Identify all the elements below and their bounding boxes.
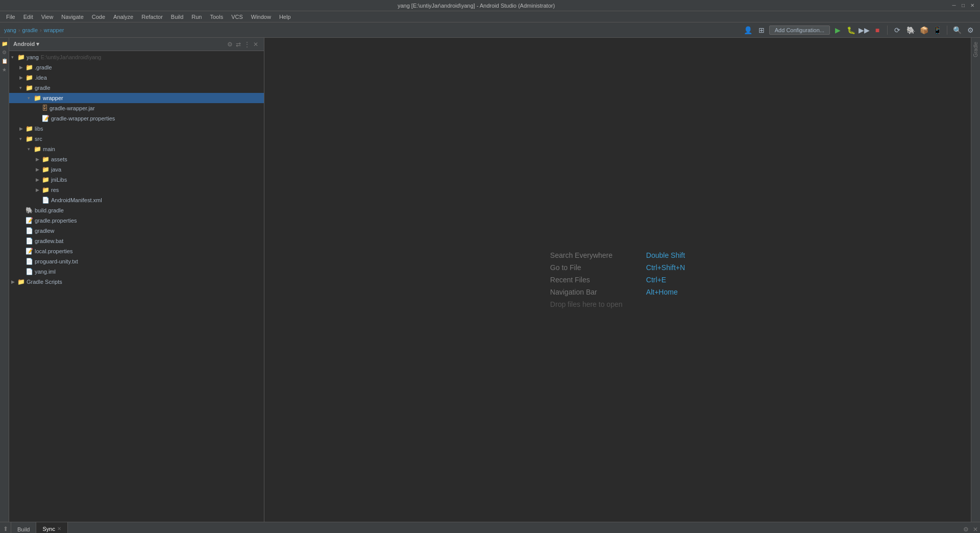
menu-code[interactable]: Code [88,13,109,21]
tab-sync[interactable]: Sync ✕ [36,522,67,533]
right-sidebar: Gradle [971,38,980,522]
sdk-manager-button[interactable]: 📦 [918,25,929,36]
editor-area: Search Everywhere Double Shift Go to Fil… [264,38,971,522]
stop-button[interactable]: ■ [872,25,883,36]
tree-item-wrapper[interactable]: ▾ 📁 wrapper [9,93,264,103]
tree-item-proguard[interactable]: 📄 proguard-unity.txt [9,256,264,266]
menu-file[interactable]: File [2,13,19,21]
sync-button[interactable]: ⟳ [892,25,903,36]
tree-item-main[interactable]: ▾ 📁 main [9,144,264,154]
settings-icon[interactable]: ⚙ [226,41,234,48]
tree-item-local-properties[interactable]: 📝 local.properties [9,246,264,256]
menu-view[interactable]: View [37,13,58,21]
tree-item-gradle[interactable]: ▾ 📁 gradle [9,83,264,93]
gear-icon[interactable]: ⇄ [234,41,242,48]
hint-goto-key: Ctrl+Shift+N [646,263,685,272]
tree-item-gradlew-bat[interactable]: 📄 gradlew.bat [9,236,264,246]
toolbar: yang › gradle › wrapper 👤 ⊞ Add Configur… [0,22,980,38]
tab-sync-label: Sync [42,526,55,532]
breadcrumb: yang › gradle › wrapper [4,27,64,33]
minimize-button[interactable]: ─ [950,2,958,9]
tab-sync-close[interactable]: ✕ [57,526,61,531]
tree-item-gradle-wrapper-props[interactable]: 📝 gradle-wrapper.properties [9,113,264,124]
options-icon[interactable]: ⋮ [242,41,252,48]
project-icon[interactable]: 📁 [1,40,9,47]
tree-item-build-gradle[interactable]: 🐘 build.gradle [9,205,264,215]
hint-search: Search Everywhere Double Shift [550,251,685,259]
hint-navbar-key: Alt+Home [646,288,678,296]
structure-icon[interactable]: ⚙ [1,49,8,56]
close-panel-icon[interactable]: ✕ [971,526,980,533]
hint-goto: Go to File Ctrl+Shift+N [550,263,685,272]
gradle-sync-button[interactable]: 🐘 [905,25,916,36]
menu-build[interactable]: Build [167,13,187,21]
tree-item-src[interactable]: ▾ 📁 src [9,134,264,144]
tree-item-jnilibs[interactable]: ▶ 📁 jniLibs [9,175,264,185]
tree-item-gradle-wrapper-jar[interactable]: 🗄 gradle-wrapper.jar [9,103,264,113]
tree-item-assets[interactable]: ▶ 📁 assets [9,154,264,164]
bottom-tabs: Build Sync ✕ ⚙ ✕ [11,522,980,533]
menu-window[interactable]: Window [247,13,275,21]
tree-item-idea[interactable]: ▶ 📁 .idea [9,72,264,83]
add-configuration-button[interactable]: Add Configuration... [769,26,830,35]
left-sidebar-icons: 📁 ⚙ 📋 ★ [0,38,9,522]
project-header: Android ▾ ⚙ ⇄ ⋮ ✕ [9,38,264,51]
avd-manager-button[interactable]: 📱 [932,25,943,36]
menu-help[interactable]: Help [275,13,295,21]
layout-button[interactable]: ⊞ [756,25,767,36]
hint-recent-key: Ctrl+E [646,276,666,284]
favorites-icon[interactable]: ★ [1,66,8,74]
tree-item-gradle-scripts[interactable]: ▶ 📁 Gradle Scripts [9,277,264,287]
tree-item-gradle-hidden[interactable]: ▶ 📁 .gradle [9,62,264,72]
tree-item-gradle-properties[interactable]: 📝 gradle.properties [9,215,264,226]
tab-build[interactable]: Build [11,522,36,533]
breadcrumb-wrapper[interactable]: wrapper [44,27,64,33]
menu-vcs[interactable]: VCS [227,13,247,21]
run-with-coverage-button[interactable]: ▶▶ [859,25,870,36]
tree-item-res[interactable]: ▶ 📁 res [9,185,264,195]
hint-search-label: Search Everywhere [550,251,642,259]
project-panel: Android ▾ ⚙ ⇄ ⋮ ✕ ▾ 📁 yang E:\untiyJar\a… [9,38,264,522]
breadcrumb-yang[interactable]: yang [4,27,16,33]
build-scroll-top[interactable]: ⬆ [2,524,9,533]
resource-manager-icon[interactable]: 📋 [1,57,9,65]
run-button[interactable]: ▶ [832,25,843,36]
title-bar: yang [E:\untiyJar\android\yang] - Androi… [0,0,980,11]
tree-item-gradlew[interactable]: 📄 gradlew [9,226,264,236]
close-panel-icon[interactable]: ✕ [252,41,260,48]
menu-run[interactable]: Run [187,13,206,21]
project-panel-title: Android ▾ [13,41,226,47]
tab-build-label: Build [17,526,30,532]
debug-button[interactable]: 🐛 [845,25,856,36]
menu-bar: File Edit View Navigate Code Analyze Ref… [0,11,980,22]
tree-item-yang[interactable]: ▾ 📁 yang E:\untiyJar\android\yang [9,52,264,62]
main-layout: 📁 ⚙ 📋 ★ Android ▾ ⚙ ⇄ ⋮ ✕ ▾ 📁 yang E:\un… [0,38,980,522]
tree-item-yang-iml[interactable]: 📄 yang.iml [9,266,264,277]
settings-gear-icon[interactable]: ⚙ [961,526,971,533]
window-title: yang [E:\untiyJar\android\yang] - Androi… [4,3,948,9]
hint-goto-label: Go to File [550,263,642,272]
editor-hint: Search Everywhere Double Shift Go to Fil… [550,247,685,312]
menu-refactor[interactable]: Refactor [137,13,167,21]
menu-navigate[interactable]: Navigate [57,13,87,21]
bottom-main: ⬆ ↑ ↓ 🗑 ☰ Build Sync ✕ ⚙ ✕ * W [0,522,980,533]
tree-item-java[interactable]: ▶ 📁 java [9,164,264,175]
maximize-button[interactable]: □ [960,2,967,9]
profile-button[interactable]: 👤 [743,25,754,36]
settings-button[interactable]: ⚙ [965,25,976,36]
search-button[interactable]: 🔍 [951,25,963,36]
file-tree: ▾ 📁 yang E:\untiyJar\android\yang ▶ 📁 .g… [9,51,264,522]
menu-analyze[interactable]: Analyze [109,13,137,21]
tree-item-libs[interactable]: ▶ 📁 libs [9,124,264,134]
hint-search-key: Double Shift [646,251,685,259]
tree-item-androidmanifest[interactable]: 📄 AndroidManifest.xml [9,195,264,205]
breadcrumb-gradle[interactable]: gradle [22,27,38,33]
hint-drop-label: Drop files here to open [550,300,642,308]
hint-recent: Recent Files Ctrl+E [550,276,685,284]
menu-tools[interactable]: Tools [206,13,227,21]
close-button[interactable]: ✕ [969,2,976,9]
hint-recent-label: Recent Files [550,276,642,284]
gradle-sidebar-label[interactable]: Gradle [972,40,979,59]
menu-edit[interactable]: Edit [19,13,37,21]
hint-navbar-label: Navigation Bar [550,288,642,296]
